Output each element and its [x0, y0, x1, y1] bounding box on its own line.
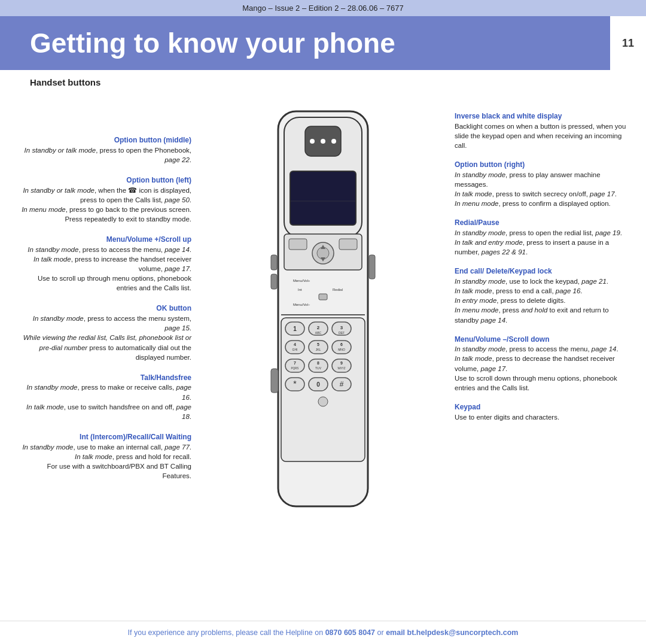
- svg-text:MNO: MNO: [338, 348, 345, 351]
- svg-text:4: 4: [294, 342, 296, 347]
- svg-rect-6: [290, 171, 356, 225]
- menu-volume-up-text: In standby mode, press to access the men…: [18, 245, 191, 293]
- svg-point-5: [331, 139, 336, 144]
- svg-point-3: [310, 139, 315, 144]
- svg-text:*: *: [293, 379, 297, 388]
- annotation-redial-pause: Redial/Pause In standby mode, press to o…: [455, 218, 628, 257]
- inverse-display-label: Inverse black and white display: [455, 111, 628, 121]
- talk-handsfree-label: Talk/Handsfree: [18, 373, 191, 383]
- page-title: Getting to know your phone: [30, 27, 616, 59]
- ok-button-label: OK button: [18, 303, 191, 314]
- menu-volume-down-label: Menu/Volume –/Scroll down: [455, 335, 628, 345]
- svg-text:Int: Int: [298, 288, 302, 291]
- footer-phone: 0870 605 8047: [325, 628, 375, 637]
- svg-rect-18: [319, 294, 327, 300]
- section-heading: Handset buttons: [0, 70, 646, 87]
- footer-email: email bt.helpdesk@suncorptech.com: [386, 628, 518, 637]
- keypad-label: Keypad: [455, 402, 628, 412]
- option-middle-text: In standby or talk mode, press to open t…: [18, 145, 191, 165]
- annotation-menu-volume-up: Menu/Volume +/Scroll up In standby mode,…: [18, 235, 191, 293]
- svg-point-4: [321, 139, 325, 144]
- annotation-end-call: End call/ Delete/Keypad lock In standby …: [455, 266, 628, 324]
- int-intercom-text: In standby mode, use to make an internal…: [18, 442, 191, 481]
- left-annotations: Option button (middle) In standby or tal…: [18, 99, 197, 624]
- option-right-text: In standby mode, press to play answer ma…: [455, 170, 628, 208]
- svg-text:7: 7: [294, 361, 296, 365]
- annotation-inverse-display: Inverse black and white display Backligh…: [455, 111, 628, 150]
- keypad-text: Use to enter digits and characters.: [455, 412, 628, 422]
- annotation-menu-volume-down: Menu/Volume –/Scroll down In standby mod…: [455, 335, 628, 393]
- svg-text:3: 3: [340, 325, 343, 330]
- annotation-option-left: Option button (left) In standby or talk …: [18, 175, 191, 224]
- svg-rect-58: [369, 255, 375, 279]
- option-left-label: Option button (left): [18, 175, 191, 186]
- redial-pause-text: In standby mode, press to open the redia…: [455, 228, 628, 257]
- option-middle-label: Option button (middle): [18, 135, 191, 145]
- option-left-text: In standby or talk mode, when the ☎ icon…: [18, 186, 191, 224]
- int-intercom-label: Int (Intercom)/Recall/Call Waiting: [18, 432, 191, 442]
- phone-diagram: Menu/Vol+ Int Redial Menu/Vol− 1 2 ABC 3…: [197, 99, 449, 624]
- svg-text:1: 1: [293, 326, 297, 332]
- footer-text: If you experience any problems, please c…: [128, 628, 519, 637]
- annotation-ok-button: OK button In standby mode, press to acce…: [18, 303, 191, 362]
- svg-text:WXYZ: WXYZ: [338, 367, 346, 370]
- annotation-int-intercom: Int (Intercom)/Recall/Call Waiting In st…: [18, 432, 191, 481]
- svg-rect-55: [271, 369, 278, 393]
- option-right-label: Option button (right): [455, 160, 628, 170]
- annotation-option-middle: Option button (middle) In standby or tal…: [18, 135, 191, 165]
- page-number: 11: [610, 16, 646, 70]
- svg-text:JKL: JKL: [316, 348, 321, 351]
- header-text: Mango – Issue 2 – Edition 2 – 28.06.06 –…: [242, 4, 404, 13]
- svg-text:TUV: TUV: [315, 366, 322, 370]
- annotation-talk-handsfree: Talk/Handsfree In standby mode, press to…: [18, 373, 191, 421]
- svg-text:#: #: [340, 380, 344, 388]
- svg-text:8: 8: [317, 361, 319, 365]
- svg-text:DEF: DEF: [339, 331, 345, 335]
- talk-handsfree-text: In standby mode, press to make or receiv…: [18, 382, 191, 421]
- svg-rect-57: [271, 274, 277, 289]
- svg-text:5: 5: [317, 342, 319, 347]
- svg-text:PQRS: PQRS: [291, 367, 299, 370]
- redial-pause-label: Redial/Pause: [455, 218, 628, 228]
- right-annotations: Inverse black and white display Backligh…: [449, 99, 628, 624]
- svg-text:0: 0: [316, 381, 320, 388]
- inverse-display-text: Backlight comes on when a button is pres…: [455, 121, 628, 150]
- svg-text:9: 9: [340, 361, 343, 365]
- menu-volume-down-text: In standby mode, press to access the men…: [455, 344, 628, 392]
- footer: If you experience any problems, please c…: [0, 621, 646, 644]
- svg-text:ABC: ABC: [315, 331, 322, 335]
- svg-text:Menu/Vol+: Menu/Vol+: [293, 279, 310, 282]
- svg-rect-9: [289, 239, 307, 250]
- phone-svg: Menu/Vol+ Int Redial Menu/Vol− 1 2 ABC 3…: [260, 105, 386, 512]
- end-call-text: In standby mode, use to lock the keypad,…: [455, 277, 628, 324]
- main-content: Option button (middle) In standby or tal…: [0, 87, 646, 630]
- end-call-label: End call/ Delete/Keypad lock: [455, 266, 628, 277]
- svg-text:2: 2: [317, 325, 320, 330]
- annotation-keypad: Keypad Use to enter digits and character…: [455, 402, 628, 422]
- svg-text:6: 6: [340, 342, 343, 347]
- title-band: Getting to know your phone 11: [0, 16, 646, 70]
- ok-button-text: In standby mode, press to access the men…: [18, 314, 191, 362]
- annotation-option-right: Option button (right) In standby mode, p…: [455, 160, 628, 208]
- document-header: Mango – Issue 2 – Edition 2 – 28.06.06 –…: [0, 0, 646, 16]
- svg-text:Redial: Redial: [333, 288, 343, 291]
- menu-volume-up-label: Menu/Volume +/Scroll up: [18, 235, 191, 245]
- svg-rect-10: [339, 239, 357, 250]
- svg-text:GHI: GHI: [292, 348, 298, 351]
- svg-point-54: [318, 397, 328, 406]
- svg-rect-56: [271, 255, 277, 270]
- svg-text:Menu/Vol−: Menu/Vol−: [293, 303, 310, 306]
